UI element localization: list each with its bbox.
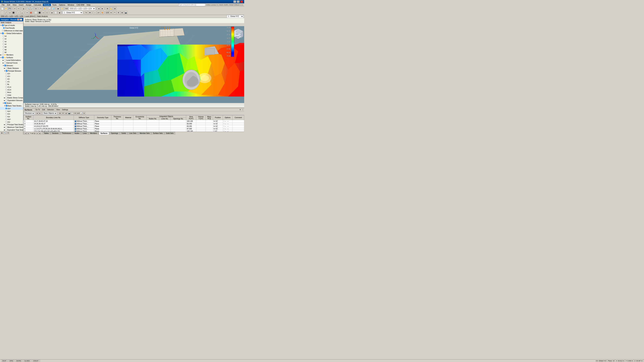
tb-snap-toggle[interactable]: 📐 bbox=[110, 7, 113, 10]
tab-solids[interactable]: Solids bbox=[120, 132, 128, 135]
tb-section[interactable]: ═ bbox=[26, 11, 29, 14]
nav-type-results[interactable]: ▼ Type of results bbox=[0, 24, 23, 27]
nav-check-elastic[interactable] bbox=[5, 97, 7, 98]
tb-rotate[interactable]: ↻ bbox=[84, 11, 88, 14]
tb-iso[interactable]: ◈ bbox=[50, 11, 54, 14]
tb-view-top[interactable]: ⬛ bbox=[38, 11, 41, 14]
tb-settings[interactable]: ⚙ bbox=[106, 7, 109, 10]
nav-eyy-minus[interactable]: εyy- bbox=[0, 115, 23, 118]
table-row[interactable]: 319-26,36-45,27Without Thick...Plane50.0… bbox=[24, 122, 244, 125]
tb-load[interactable]: ↓ bbox=[17, 11, 20, 14]
table-tb-prev[interactable]: ◄ bbox=[36, 112, 38, 115]
table-row[interactable]: 116,17,28,65-47,18Without Thick...Plane1… bbox=[24, 120, 244, 123]
table-menu-selection[interactable]: Selection bbox=[46, 109, 55, 111]
tab-line-sets[interactable]: Line Sets bbox=[128, 132, 138, 135]
table-tb-results[interactable]: 123 bbox=[77, 112, 80, 115]
tb-move[interactable]: ✋ bbox=[43, 7, 46, 10]
tb-surface[interactable]: ◻ bbox=[8, 11, 12, 14]
basic-objects-combo[interactable]: Basic Objects bbox=[43, 112, 57, 115]
menu-insert[interactable]: Insert bbox=[18, 4, 24, 6]
nav-radio-exx[interactable] bbox=[5, 108, 7, 109]
table-row[interactable]: 7273,274,388,403-397,470-459,275Without … bbox=[24, 130, 244, 132]
menu-window[interactable]: Window bbox=[66, 4, 75, 6]
tb-redo[interactable]: ↪ bbox=[17, 7, 20, 10]
menu-calculate[interactable]: Calculate bbox=[33, 4, 42, 6]
tab-openings[interactable]: Openings bbox=[109, 132, 120, 135]
tb-open[interactable]: 📂 bbox=[4, 7, 8, 10]
tab-nav-last[interactable]: ►| bbox=[39, 132, 42, 135]
nav-s2plus[interactable]: σ2+ bbox=[0, 72, 23, 75]
tab-sections[interactable]: Sections bbox=[51, 132, 60, 135]
table-close-btn[interactable]: ✕ bbox=[240, 109, 241, 111]
nav-local-deform[interactable]: ▶ Local Deformations bbox=[0, 59, 23, 61]
minimize-button[interactable]: ─ bbox=[234, 0, 236, 3]
tb-zoom-out[interactable]: 🔎 bbox=[30, 7, 34, 10]
nav-radio-phiy[interactable] bbox=[3, 49, 4, 50]
nav-check-mts[interactable] bbox=[5, 126, 7, 128]
tb-prev-lc[interactable]: ◄ bbox=[97, 7, 100, 10]
nav-deform-uz[interactable]: uz bbox=[0, 43, 23, 45]
nav-thetamm[interactable]: θmm bbox=[0, 91, 23, 94]
table-tb-export[interactable]: ⬆ bbox=[62, 112, 64, 115]
nav-check-local[interactable] bbox=[4, 59, 6, 61]
nav-global-deform[interactable]: ▼ 📁 Global Deformations bbox=[0, 32, 23, 35]
nav-equiv-stress[interactable]: ▶ Equivalent Stresses bbox=[0, 99, 23, 102]
nav-radio-thetas[interactable] bbox=[5, 83, 7, 85]
nav-internal-forces[interactable]: ▶ Internal Forces bbox=[0, 61, 23, 64]
nav-radio-gammap[interactable] bbox=[5, 118, 7, 120]
menu-options[interactable]: Options bbox=[58, 4, 66, 6]
nav-radio-s2p[interactable] bbox=[5, 73, 7, 74]
load-case-combo[interactable]: CO2 LC1 + LC2 + LC3 + LC4 bbox=[68, 7, 96, 10]
nav-max-total-strains[interactable]: ▶ Maximum Total Strains bbox=[0, 126, 23, 129]
nav-check-ets[interactable] bbox=[5, 129, 7, 131]
nav-members[interactable]: ▶ 📁 Members bbox=[0, 53, 23, 56]
nav-deform-phix[interactable]: φx bbox=[0, 45, 23, 48]
table-tb-next[interactable]: ► bbox=[38, 112, 41, 115]
nav-radio-s2m[interactable] bbox=[5, 78, 7, 80]
tab-tables[interactable]: Tables bbox=[42, 132, 50, 135]
table-tb-screenshot[interactable]: 📷 bbox=[68, 112, 70, 115]
tb-screenshot[interactable]: 📷 bbox=[124, 11, 128, 14]
nav-radio-s2m2[interactable] bbox=[5, 89, 7, 90]
nav-strains[interactable]: ▼ Strains bbox=[0, 102, 23, 104]
nav-check-basic[interactable] bbox=[6, 67, 8, 69]
tb-dim[interactable]: ↔ bbox=[93, 11, 96, 14]
nav-deform-uy[interactable]: uy bbox=[0, 40, 23, 43]
nav-surfaces[interactable]: ▼ 📁 Surfaces bbox=[0, 56, 23, 59]
tab-nav-prev[interactable]: ◄ bbox=[27, 132, 30, 135]
nav-check-principal[interactable] bbox=[6, 70, 8, 72]
tb-next-lc[interactable]: ► bbox=[101, 7, 104, 10]
nav-radio-u[interactable] bbox=[3, 35, 4, 37]
nav-deform-ux[interactable]: ux bbox=[0, 37, 23, 40]
nav-check-bts[interactable] bbox=[6, 105, 8, 107]
table-tb-copy[interactable]: 📋 bbox=[71, 112, 74, 115]
nav-radio-gammam[interactable] bbox=[5, 121, 7, 123]
menu-results[interactable]: Results bbox=[43, 4, 51, 6]
nav-footer-btn1[interactable]: ▶ bbox=[1, 132, 3, 134]
tab-nodes[interactable]: Nodes bbox=[73, 132, 81, 135]
tb-wireframe[interactable]: ⬜ bbox=[54, 11, 57, 14]
structure-combo[interactable]: Structure bbox=[24, 112, 35, 115]
tb-save[interactable]: 💾 bbox=[8, 7, 12, 10]
nav-deform-u[interactable]: |u| bbox=[0, 35, 23, 37]
viewport-3d[interactable]: Global XYZ x y z 175.00 bbox=[24, 23, 244, 108]
tb-material[interactable]: 🧱 bbox=[29, 11, 32, 14]
menu-cad-bim[interactable]: CAD-BIM bbox=[76, 4, 85, 6]
tb-calculate[interactable]: ⚡ bbox=[60, 7, 64, 10]
nav-check-surfaces[interactable] bbox=[2, 57, 4, 58]
nav-radio-exxm[interactable] bbox=[5, 113, 7, 115]
search-input[interactable] bbox=[178, 3, 205, 6]
nav-eyy-plus[interactable]: εyy+ bbox=[0, 110, 23, 112]
tb-node[interactable]: · bbox=[1, 11, 4, 14]
tab-lines[interactable]: Lines bbox=[81, 132, 88, 135]
nav-check-strains[interactable] bbox=[4, 102, 6, 104]
nav-radio-final[interactable] bbox=[3, 27, 5, 29]
nav-taumax[interactable]: τmax bbox=[0, 94, 23, 96]
nav-s2minus[interactable]: σ2- bbox=[0, 78, 23, 80]
nav-radio-ux[interactable] bbox=[3, 38, 4, 39]
nav-elastic-stress[interactable]: ▶ Elastic Stress Components bbox=[0, 96, 23, 99]
nav-radio-thetamm[interactable] bbox=[5, 91, 7, 93]
nav-principal-stresses[interactable]: ▼ Principal Stresses bbox=[0, 69, 23, 72]
table-tb-settings[interactable]: ⚙ bbox=[74, 112, 76, 115]
tb-zoom-in[interactable]: 🔍 bbox=[27, 7, 30, 10]
